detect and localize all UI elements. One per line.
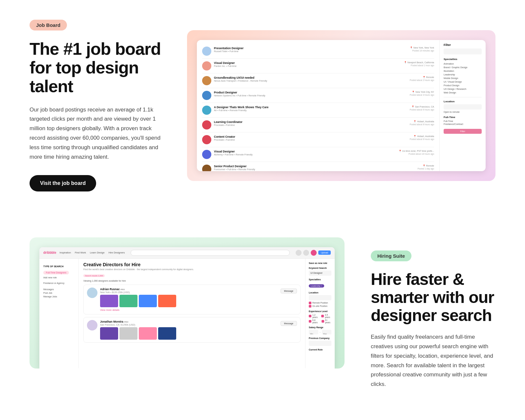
filter-divider	[444, 97, 482, 97]
avatar	[202, 165, 211, 171]
specialty-tag[interactable]: Leadership ×	[309, 284, 324, 288]
experience-label: Experience Level	[309, 310, 331, 312]
avatar	[202, 47, 211, 56]
avatar	[202, 76, 211, 85]
filter-specialties-label: Specialties	[444, 58, 482, 61]
exp-9plus-checkbox[interactable]	[322, 320, 324, 323]
table-row: Presentation Designer Russell Tobin • Fu…	[202, 44, 434, 59]
exp-1-2-checkbox[interactable]	[309, 315, 311, 317]
browser-search-input[interactable]	[131, 250, 289, 256]
job-board-left-col: Job Board The #1 job board for top desig…	[30, 20, 167, 191]
table-row: Content Creator Procreate • Full-time 📍 …	[202, 132, 434, 147]
view-more-details-link[interactable]: View more details	[100, 309, 297, 311]
results-badge: Search results 1,090	[83, 274, 105, 277]
remote-checkbox[interactable]	[309, 302, 311, 304]
filter-search-input[interactable]	[444, 49, 482, 54]
hiring-suite-section: dribbble Inspiration Find Work Learn Des…	[0, 237, 525, 415]
sidebar-add-role[interactable]: Add new role	[43, 276, 74, 279]
onsite-label: On-site Position	[312, 305, 327, 307]
job-list-area: Presentation Designer Russell Tobin • Fu…	[197, 40, 440, 171]
avatar	[202, 135, 211, 144]
job-board-section: Job Board The #1 job board for top desig…	[0, 0, 525, 218]
avatar	[202, 106, 211, 115]
thumbnail	[100, 327, 118, 340]
filter-type-freelance: Freelance/Contract	[444, 123, 482, 126]
upload-button[interactable]: Upload	[318, 250, 331, 255]
salary-max-input[interactable]: Max	[322, 330, 331, 334]
job-board-badge: Job Board	[30, 20, 67, 30]
salary-label: Salary Range	[309, 326, 331, 329]
sidebar-messages[interactable]: Messages	[43, 288, 74, 291]
thumbnail	[158, 295, 176, 307]
location-input[interactable]	[309, 295, 331, 300]
filter-location-input[interactable]	[444, 104, 482, 110]
salary-min-input[interactable]: Min	[309, 330, 318, 334]
exp-6-8-checkbox[interactable]	[309, 320, 311, 323]
avatar	[202, 120, 211, 130]
remote-label: Remote Position	[312, 302, 328, 304]
thumbnail	[119, 327, 137, 340]
nav-item-find-work[interactable]: Find Work	[75, 251, 86, 254]
avatar	[202, 61, 211, 70]
exp-3-5-checkbox[interactable]	[321, 315, 324, 317]
visit-job-board-button[interactable]: Visit the job board	[30, 175, 96, 191]
hiring-suite-right-col: Hiring Suite Hire faster & smarter with …	[371, 237, 495, 389]
dribbble-logo: dribbble	[43, 251, 56, 254]
browser-bar: dribbble Inspiration Find Work Learn Des…	[39, 247, 335, 259]
thumbnail	[139, 327, 157, 340]
message-button[interactable]: Message	[281, 321, 297, 326]
hiring-main-content: Creative Directors for Hire Find the wor…	[79, 259, 305, 368]
browser-icon-2	[303, 250, 309, 256]
job-board-screenshot-inner: Presentation Designer Russell Tobin • Fu…	[197, 40, 486, 171]
designer-avatar	[87, 320, 97, 330]
filter-location-label: Location	[444, 100, 482, 103]
browser-icon-1	[296, 250, 302, 256]
hiring-suite-headline: Hire faster & smarter with our designer …	[371, 270, 495, 325]
designer-thumbnails	[100, 295, 297, 307]
keyword-input[interactable]: UI Designer	[309, 270, 331, 276]
browser-actions: Upload	[296, 250, 331, 256]
designer-card: Jonathan Moreira PRO San Francisco, CA •…	[83, 317, 301, 343]
hiring-sidebar: TYPE OF SEARCH Full-Time Designers Add n…	[39, 259, 79, 368]
sidebar-freelance[interactable]: Freelance or Agency	[43, 281, 74, 285]
sidebar-fulltime-tag[interactable]: Full-Time Designers	[43, 271, 69, 274]
table-row: Senior Product Designer Forerunner • Ful…	[202, 162, 434, 171]
filter-apply-button[interactable]: Filter	[444, 129, 482, 134]
prev-company-input[interactable]	[309, 341, 331, 346]
results-count: Viewing 1,090 designers available for hi…	[83, 280, 301, 282]
job-board-screenshot-area: Presentation Designer Russell Tobin • Fu…	[187, 30, 495, 181]
hiring-suite-browser: dribbble Inspiration Find Work Learn Des…	[39, 247, 335, 369]
designer-avatar	[87, 288, 97, 298]
sidebar-manage-jobs[interactable]: Manage Jobs	[43, 295, 74, 298]
onsite-checkbox[interactable]	[309, 305, 311, 308]
thumbnail	[119, 295, 137, 307]
hiring-filter-panel: Save as new role Keyword Search UI Desig…	[305, 259, 335, 368]
salary-range: Min - Max	[309, 330, 331, 334]
nav-item-hire-designers[interactable]: Hire Designers	[109, 251, 125, 254]
prev-company-label: Previous Company	[309, 337, 331, 339]
sidebar-type-label: TYPE OF SEARCH	[43, 265, 74, 268]
table-row: Groundbreaking UX/UI needed Nexus Auto T…	[202, 73, 434, 88]
nav-item-learn-design[interactable]: Learn Design	[90, 251, 105, 254]
filter-remote-option: Open to remote	[444, 111, 482, 113]
sidebar-post-job[interactable]: Post Job	[43, 291, 74, 295]
hiring-main-title: Creative Directors for Hire	[83, 262, 301, 267]
hiring-main-subtitle: Find the world's best creative directors…	[83, 268, 301, 270]
filter-type-fulltime: Full-Time	[444, 120, 482, 123]
table-row: Product Designer Networx Systems Inc • F…	[202, 88, 434, 103]
table-row: A Designer Thats Work Shows They Care Ai…	[202, 103, 434, 118]
nav-item-inspiration[interactable]: Inspiration	[59, 251, 71, 254]
filter-title: Filter	[444, 43, 482, 47]
avatar	[202, 150, 211, 159]
hiring-suite-screenshot: dribbble Inspiration Find Work Learn Des…	[30, 237, 345, 369]
save-role-label: Save as new role	[309, 262, 331, 264]
table-row: Learning Coordinator Procreate • Full-ti…	[202, 118, 434, 132]
thumbnail	[100, 295, 118, 307]
table-row: Visual Designer Alchemy • Full-time • Re…	[202, 147, 434, 162]
browser-content: TYPE OF SEARCH Full-Time Designers Add n…	[39, 259, 335, 368]
designer-meta: New York • $120-150k (USD)	[100, 291, 130, 293]
location-label: Location	[309, 291, 331, 294]
designer-card: Adrian Rusnac PRO New York • $120-150k (…	[83, 285, 301, 314]
designer-name: Jonathan Moreira PRO	[100, 320, 135, 323]
message-button[interactable]: Message	[281, 289, 297, 293]
